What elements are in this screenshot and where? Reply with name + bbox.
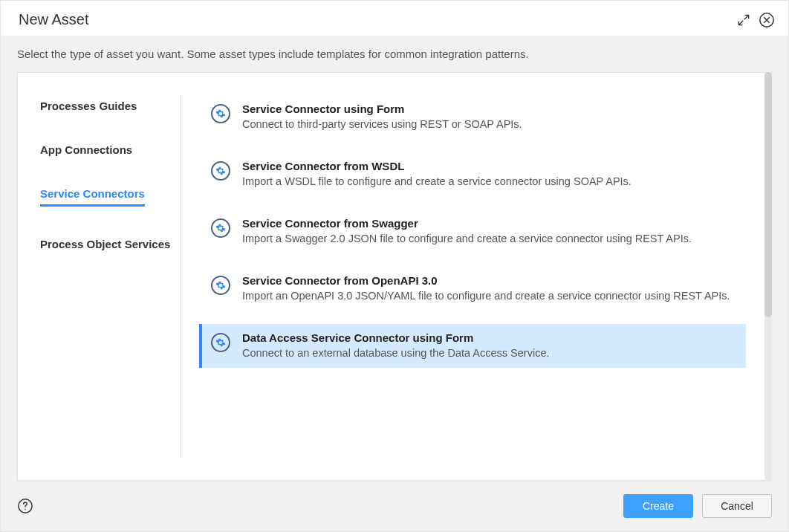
sidebar-item-label: Process Object [40,238,121,250]
sidebar-item-label: Processes [40,100,96,112]
sidebar-item-label: Services [125,238,171,250]
option-text: Service Connector from Swagger Import a … [242,217,743,244]
new-asset-dialog: New Asset Select the type of asset you w… [0,0,789,532]
expand-icon[interactable] [736,13,751,27]
gear-icon [211,276,230,295]
option-title: Service Connector from WSDL [242,160,743,172]
sidebar-item-process-object[interactable]: Process Object [40,233,121,256]
option-service-connector-openapi[interactable]: Service Connector from OpenAPI 3.0 Impor… [199,267,752,311]
sidebar-item-service-connectors[interactable]: Service Connectors [40,183,145,213]
gear-icon [211,104,230,123]
sidebar-item-label: Guides [100,100,137,112]
option-description: Import an OpenAPI 3.0 JSON/YAML file to … [242,290,743,302]
option-text: Service Connector from OpenAPI 3.0 Impor… [242,274,743,302]
option-service-connector-wsdl[interactable]: Service Connector from WSDL Import a WSD… [199,152,752,196]
option-title: Service Connector from OpenAPI 3.0 [242,274,743,287]
sidebar-item-app-connections[interactable]: App Connections [40,139,132,162]
sidebar-item-guides[interactable]: Guides [100,95,137,118]
dialog-header-actions [736,12,775,28]
gear-icon [211,333,230,352]
dialog-header: New Asset [1,1,788,36]
option-service-connector-swagger[interactable]: Service Connector from Swagger Import a … [199,210,752,253]
sidebar-item-services[interactable]: Services [125,233,171,256]
dialog-footer: Create Cancel [17,481,772,518]
option-title: Service Connector using Form [242,103,743,115]
sidebar-item-label: App Connections [40,143,132,156]
cancel-button[interactable]: Cancel [702,494,772,518]
option-description: Import a WSDL file to configure and crea… [242,175,743,187]
option-data-access-service-connector[interactable]: Data Access Service Connector using Form… [199,324,746,368]
option-text: Data Access Service Connector using Form… [242,331,737,359]
gear-icon [211,218,230,238]
create-button[interactable]: Create [623,494,693,518]
option-text: Service Connector from WSDL Import a WSD… [242,160,743,187]
dialog-title: New Asset [19,11,88,28]
sidebar-item-label: Service Connectors [40,187,145,200]
category-sidebar: Processes Guides App Connections Service… [40,95,181,458]
option-description: Import a Swagger 2.0 JSON file to config… [242,233,743,244]
close-icon[interactable] [759,12,775,28]
option-description: Connect to an external database using th… [242,347,737,359]
panel-container: Processes Guides App Connections Service… [17,72,772,481]
footer-buttons: Create Cancel [623,494,772,518]
options-list: Service Connector using Form Connect to … [181,95,765,458]
sidebar-item-processes[interactable]: Processes [40,95,96,118]
option-title: Data Access Service Connector using Form [242,331,737,344]
option-text: Service Connector using Form Connect to … [242,103,743,130]
selection-panel: Processes Guides App Connections Service… [17,72,772,481]
dialog-body: Select the type of asset you want. Some … [1,36,788,531]
help-icon[interactable] [17,498,33,514]
dialog-subtitle: Select the type of asset you want. Some … [17,48,772,60]
scrollbar-thumb[interactable] [764,72,772,317]
option-description: Connect to third-party services using RE… [242,118,743,130]
panel-scrollbar[interactable] [764,72,772,481]
svg-point-2 [25,509,25,510]
option-title: Service Connector from Swagger [242,217,743,230]
gear-icon [211,161,230,181]
option-service-connector-form[interactable]: Service Connector using Form Connect to … [199,95,752,139]
